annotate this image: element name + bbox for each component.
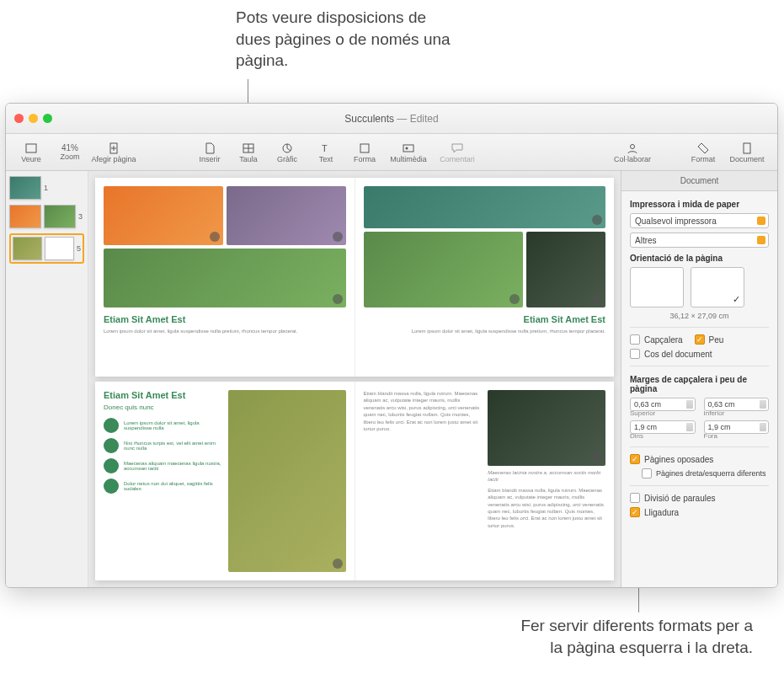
page-spread: Etiam Sit Amet Est Lorem ipsum dolor sit… <box>95 178 614 377</box>
toolbar: Veure 41%Zoom Afegir pàgina Inserir Taul… <box>6 134 777 171</box>
thumbnail-panel: 1 3 5 <box>6 171 88 587</box>
body-text: Etiam blandit massa nulla, ligula rutrum… <box>364 390 482 572</box>
paper-size-select[interactable]: Altres <box>630 233 769 248</box>
image-placeholder[interactable] <box>104 186 223 245</box>
body-label: Cos del document <box>644 350 712 359</box>
titlebar: Succulents — Edited <box>6 104 777 134</box>
callout-bottom: Fer servir diferents formats per a la pà… <box>517 615 753 658</box>
header-checkbox[interactable] <box>630 334 640 345</box>
hyphenation-checkbox[interactable] <box>630 493 640 503</box>
format-button[interactable]: Format <box>685 136 722 168</box>
page-left: Etiam Sit Amet Est Donec quis nunc Lorem… <box>95 382 355 580</box>
section-header-printer: Impressora i mida de paper <box>630 200 769 209</box>
thumbnail-row[interactable]: 3 <box>9 205 84 228</box>
body-text: Lorem ipsum dolor sit amet, ligula suspe… <box>104 328 346 334</box>
page-dimensions: 36,12 × 27,09 cm <box>630 312 769 320</box>
svg-rect-9 <box>360 144 369 152</box>
section-header-orientation: Orientació de la pàgina <box>630 254 769 263</box>
svg-rect-10 <box>403 145 413 152</box>
margin-inside-input[interactable]: 1,9 cm <box>630 420 696 434</box>
shape-button[interactable]: Forma <box>346 136 383 168</box>
page-heading: Etiam Sit Amet Est <box>104 390 221 400</box>
svg-point-11 <box>406 147 408 149</box>
orientation-portrait[interactable] <box>630 267 684 307</box>
chart-button[interactable]: Gràfic <box>269 136 306 168</box>
bullet-icon <box>104 438 119 453</box>
image-caption: Maecenas lacinia nostra a, accumsan soci… <box>488 469 605 484</box>
svg-point-12 <box>631 144 635 148</box>
comment-button[interactable]: Comentari <box>434 136 481 168</box>
left-right-different-label: Pàgines dreta/esquerra diferents <box>656 469 766 478</box>
table-button[interactable]: Taula <box>230 136 267 168</box>
hyphenation-label: Divisió de paraules <box>644 494 716 503</box>
orientation-landscape[interactable] <box>691 267 744 307</box>
page-left: Etiam Sit Amet Est Lorem ipsum dolor sit… <box>95 178 355 377</box>
body-text: Etiam blandit massa nulla, ligula rutrum… <box>488 487 605 529</box>
main-area: 1 3 5 Etiam Sit Amet Est Lorem ipsum dol… <box>6 171 777 587</box>
left-right-different-checkbox[interactable] <box>642 468 652 478</box>
inspector-panel: Document Impressora i mida de paper Qual… <box>621 171 777 587</box>
header-label: Capçalera <box>644 335 683 345</box>
minimize-icon[interactable] <box>29 114 38 123</box>
list-item: Lorem ipsum dolor sit amet, ligula suspe… <box>104 418 221 433</box>
body-checkbox[interactable] <box>630 349 640 359</box>
insert-button[interactable]: Inserir <box>191 136 228 168</box>
page-subheading: Donec quis nunc <box>104 404 221 411</box>
ligature-label: Lligadura <box>644 508 679 517</box>
bullet-icon <box>104 478 119 494</box>
add-page-button[interactable]: Afegir pàgina <box>90 136 137 168</box>
page-right: Etiam Sit Amet Est Lorem ipsum dolor sit… <box>355 178 615 377</box>
facing-pages-checkbox[interactable]: ✓ <box>630 454 640 464</box>
svg-rect-0 <box>26 144 36 152</box>
document-canvas[interactable]: Etiam Sit Amet Est Lorem ipsum dolor sit… <box>88 171 621 587</box>
page-heading: Etiam Sit Amet Est <box>364 314 606 324</box>
media-button[interactable]: Multimèdia <box>385 136 432 168</box>
image-placeholder[interactable] <box>488 390 605 466</box>
document-button[interactable]: Document <box>723 136 771 168</box>
svg-rect-13 <box>744 143 750 153</box>
list-item: Dolor netus non dui aliquet, sagittis fe… <box>104 478 221 494</box>
svg-text:T: T <box>322 143 328 153</box>
close-icon[interactable] <box>14 114 24 123</box>
fullscreen-icon[interactable] <box>43 114 52 123</box>
body-text: Lorem ipsum dolor sit amet, ligula suspe… <box>364 328 606 334</box>
facing-pages-label: Pàgines oposades <box>644 455 713 464</box>
bullet-icon <box>104 418 119 433</box>
list-item: Nisi rhoncus turpis est, vel elit amet e… <box>104 438 221 453</box>
margin-top-input[interactable]: 0,63 cm <box>630 398 696 411</box>
image-placeholder[interactable] <box>526 232 606 307</box>
zoom-button[interactable]: 41%Zoom <box>51 136 88 168</box>
footer-label: Peu <box>709 335 724 345</box>
page-spread: Etiam Sit Amet Est Donec quis nunc Lorem… <box>95 382 614 580</box>
callout-top: Pots veure disposicions de dues pàgines … <box>236 7 455 72</box>
ligature-checkbox[interactable]: ✓ <box>630 507 640 517</box>
page-heading: Etiam Sit Amet Est <box>104 314 346 324</box>
footer-checkbox[interactable]: ✓ <box>695 334 705 345</box>
section-header-margins: Marges de capçalera i peu de pàgina <box>630 375 769 393</box>
thumbnail-row[interactable]: 1 <box>9 176 84 200</box>
view-button[interactable]: Veure <box>13 136 50 168</box>
thumbnail-row[interactable]: 5 <box>9 233 84 264</box>
printer-select[interactable]: Qualsevol impressora <box>630 213 769 228</box>
inspector-tab-document[interactable]: Document <box>621 171 777 191</box>
collaborate-button[interactable]: Col·laborar <box>609 136 656 168</box>
image-placeholder[interactable] <box>364 232 523 307</box>
margin-bottom-input[interactable]: 0,63 cm <box>704 398 770 411</box>
window-controls <box>6 114 52 123</box>
bullet-icon <box>104 458 119 473</box>
image-placeholder[interactable] <box>104 249 346 307</box>
page-right: Etiam blandit massa nulla, ligula rutrum… <box>355 382 615 580</box>
margin-outside-input[interactable]: 1,9 cm <box>704 420 770 434</box>
list-item: Maecenas aliquam maecenas ligula nostra,… <box>104 458 221 473</box>
image-placeholder[interactable] <box>364 186 606 228</box>
image-placeholder[interactable] <box>227 186 346 245</box>
app-window: Succulents — Edited Veure 41%Zoom Afegir… <box>5 103 778 588</box>
window-title: Succulents — Edited <box>344 113 438 125</box>
image-placeholder[interactable] <box>228 390 346 572</box>
text-button[interactable]: TText <box>307 136 344 168</box>
